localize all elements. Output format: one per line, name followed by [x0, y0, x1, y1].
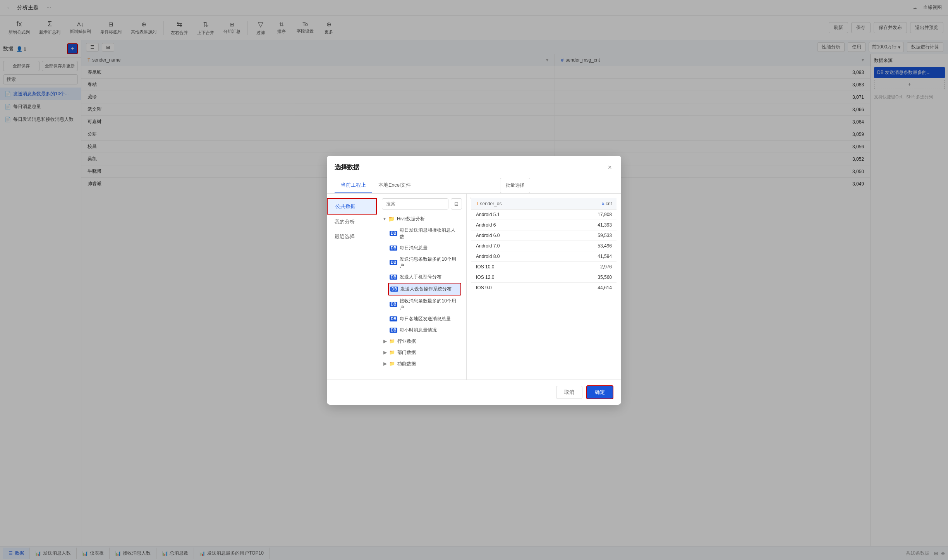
tree-item-t6-label: 接收消息条数最多的10个用户 [400, 298, 460, 311]
preview-col-sender-os-label: sender_os [480, 201, 501, 206]
tree-function-label: 功能数据 [397, 361, 416, 367]
tree-item-t5[interactable]: DB 发送人设备操作系统分布 [388, 283, 461, 295]
db-icon-t8: DB [390, 328, 397, 333]
modal-tree: ⊟ ▾ 📁 Hive数据分析 DB 每日发送消息和接收消息人数 DB 每日消息总… [377, 194, 466, 380]
tree-item-t1-label: 每日发送消息和接收消息人数 [400, 227, 460, 240]
modal-data-row: Android 7.0 53,496 [471, 241, 617, 251]
batch-select-btn[interactable]: 批量选择 [500, 178, 530, 193]
preview-col-headers: T sender_os # cnt [471, 198, 617, 210]
modal-nav-my-analysis[interactable]: 我的分析 [327, 215, 377, 229]
db-icon-t7: DB [390, 316, 397, 321]
tree-item-t6[interactable]: DB 接收消息条数最多的10个用户 [388, 295, 461, 313]
tree-item-t8-label: 每小时消息量情况 [400, 327, 437, 333]
expand-icon-hive: ▾ [383, 216, 386, 222]
modal-cell-os-6: IOS 12.0 [471, 272, 544, 282]
modal-header: 选择数据 × [327, 156, 621, 173]
tree-item-t3[interactable]: DB 发送消息条数最多的10个用户 [388, 254, 461, 271]
tree-dept-label: 部门数据 [397, 349, 416, 356]
db-icon-t5: DB [390, 287, 398, 292]
modal-cell-cnt-3: 53,496 [544, 241, 617, 251]
tree-item-t8[interactable]: DB 每小时消息量情况 [388, 325, 461, 336]
tree-item-t7[interactable]: DB 每日各地区发送消息总量 [388, 313, 461, 325]
tree-industry-label: 行业数据 [397, 338, 416, 345]
modal-search-input[interactable] [382, 198, 448, 210]
modal-data-rows: Android 5.1 17,908 Android 6 41,393 Andr… [471, 210, 617, 293]
preview-col-cnt[interactable]: # cnt [544, 198, 617, 209]
preview-col-sender-os[interactable]: T sender_os [471, 198, 544, 209]
modal-nav-recent[interactable]: 最近选择 [327, 229, 377, 244]
modal-data-preview: ⋮ T sender_os # cnt Android 5.1 17,90 [466, 194, 621, 380]
expand-icon-dept: ▶ [383, 350, 387, 355]
modal-body: 公共数据 我的分析 最近选择 ⊟ ▾ 📁 Hive数据分析 DB [327, 194, 621, 380]
modal-cell-cnt-6: 35,560 [544, 272, 617, 282]
db-icon-t1: DB [390, 231, 397, 236]
tree-item-t5-label: 发送人设备操作系统分布 [400, 286, 452, 292]
modal-cell-os-3: Android 7.0 [471, 241, 544, 251]
modal-data-row: Android 5.1 17,908 [471, 210, 617, 220]
modal-cell-cnt-1: 41,393 [544, 220, 617, 230]
modal-data-row: Android 8.0 41,594 [471, 251, 617, 262]
tree-hive-folder[interactable]: ▾ 📁 Hive数据分析 [382, 213, 461, 225]
folder-icon-dept: 📁 [389, 350, 395, 355]
tree-dept-folder[interactable]: ▶ 📁 部门数据 [382, 347, 461, 358]
modal-cell-os-1: Android 6 [471, 220, 544, 230]
modal-overlay: 选择数据 × 当前工程上 本地Excel文件 批量选择 公共数据 我的分析 最近… [0, 0, 948, 560]
tree-item-t2[interactable]: DB 每日消息总量 [388, 242, 461, 254]
modal-cell-os-2: Android 6.0 [471, 230, 544, 240]
modal-cell-cnt-4: 41,594 [544, 251, 617, 261]
tree-item-t4[interactable]: DB 发送人手机型号分布 [388, 271, 461, 283]
modal-data-row: Android 6.0 59,533 [471, 230, 617, 241]
modal-data-row: IOS 10.0 2,976 [471, 262, 617, 272]
modal-tabs: 当前工程上 本地Excel文件 批量选择 [327, 178, 621, 194]
folder-icon-industry: 📁 [389, 338, 395, 344]
preview-col-cnt-label: cnt [606, 201, 612, 206]
N-type-icon: # [602, 201, 605, 206]
modal-cell-os-7: IOS 9.0 [471, 283, 544, 293]
tree-function-folder[interactable]: ▶ 📁 功能数据 [382, 358, 461, 369]
modal-close-btn[interactable]: × [606, 162, 613, 173]
db-icon-t4: DB [390, 275, 397, 280]
tree-industry-folder[interactable]: ▶ 📁 行业数据 [382, 336, 461, 347]
modal-cell-os-5: IOS 10.0 [471, 262, 544, 272]
modal-cell-cnt-2: 59,533 [544, 230, 617, 240]
modal-filter-btn[interactable]: ⊟ [451, 198, 462, 210]
modal-tab-excel[interactable]: 本地Excel文件 [372, 178, 417, 193]
modal-cell-cnt-0: 17,908 [544, 210, 617, 220]
modal-confirm-btn[interactable]: 确定 [586, 385, 613, 399]
modal-cell-os-4: Android 8.0 [471, 251, 544, 261]
modal-data-row: Android 6 41,393 [471, 220, 617, 230]
tree-item-t2-label: 每日消息总量 [400, 245, 428, 251]
modal-cell-os-0: Android 5.1 [471, 210, 544, 220]
modal-cancel-btn[interactable]: 取消 [556, 386, 582, 399]
modal-search: ⊟ [382, 198, 461, 210]
modal-data-row: IOS 12.0 35,560 [471, 272, 617, 283]
select-data-modal: 选择数据 × 当前工程上 本地Excel文件 批量选择 公共数据 我的分析 最近… [327, 156, 621, 405]
tree-hive-label: Hive数据分析 [397, 216, 425, 222]
modal-cell-cnt-5: 2,976 [544, 262, 617, 272]
modal-nav-public[interactable]: 公共数据 [327, 198, 377, 215]
folder-icon-function: 📁 [389, 361, 395, 366]
tree-item-t1[interactable]: DB 每日发送消息和接收消息人数 [388, 225, 461, 242]
T-type-icon: T [476, 201, 479, 206]
modal-cell-cnt-7: 44,614 [544, 283, 617, 293]
modal-tab-current[interactable]: 当前工程上 [335, 178, 372, 193]
modal-footer: 取消 确定 [327, 380, 621, 405]
db-icon-t2: DB [390, 246, 397, 251]
expand-icon-industry: ▶ [383, 338, 387, 344]
tree-item-t7-label: 每日各地区发送消息总量 [400, 316, 451, 322]
expand-icon-function: ▶ [383, 361, 387, 366]
drag-handle[interactable]: ⋮ [469, 196, 473, 200]
folder-icon-hive: 📁 [388, 216, 395, 222]
tree-hive-children: DB 每日发送消息和接收消息人数 DB 每日消息总量 DB 发送消息条数最多的1… [382, 225, 461, 336]
db-icon-t3: DB [390, 260, 397, 265]
db-icon-t6: DB [390, 302, 397, 307]
modal-nav: 公共数据 我的分析 最近选择 [327, 194, 377, 380]
modal-title: 选择数据 [335, 163, 359, 172]
modal-data-row: IOS 9.0 44,614 [471, 283, 617, 293]
tree-item-t4-label: 发送人手机型号分布 [400, 274, 441, 280]
tree-item-t3-label: 发送消息条数最多的10个用户 [400, 256, 460, 269]
